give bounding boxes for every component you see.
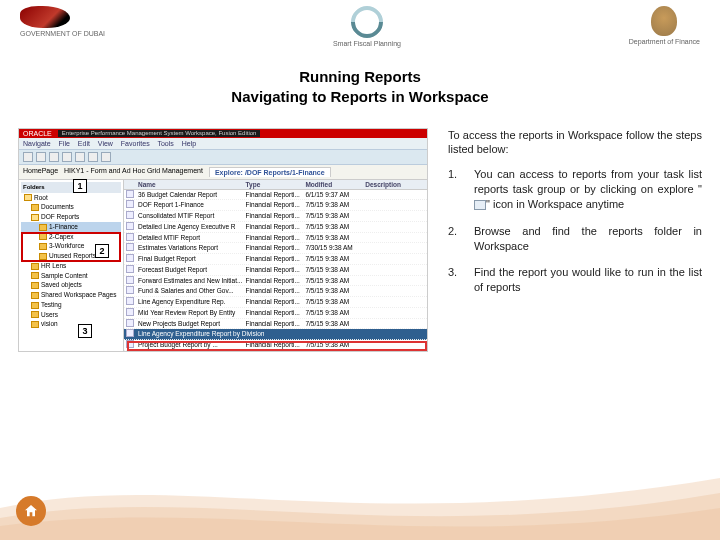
workspace-toolbar [19, 150, 427, 165]
report-row[interactable]: Line Agency Expenditure Rep.Financial Re… [124, 297, 427, 308]
callout-1: 1 [73, 179, 87, 193]
col-modified[interactable]: Modified [305, 181, 365, 188]
page-header: GOVERNMENT OF DUBAI Smart Fiscal Plannin… [0, 0, 720, 55]
tree-item[interactable]: Sample Content [21, 271, 121, 281]
tree-heading: Folders [21, 182, 121, 193]
tree-item[interactable]: 1-Finance [21, 222, 121, 232]
report-row[interactable]: Line Agency Expenditure Report by Divisi… [124, 329, 427, 340]
tree-item[interactable]: HR Lens [21, 261, 121, 271]
report-row[interactable]: New Projects Budget ReportFinancial Repo… [124, 319, 427, 330]
report-row[interactable]: Estimates Variations ReportFinancial Rep… [124, 243, 427, 254]
report-row[interactable]: Project Budget Report by ...Financial Re… [124, 340, 427, 351]
dof-caption: Department of Finance [629, 38, 700, 45]
tree-item[interactable]: Users [21, 310, 121, 320]
tree-item[interactable]: Root [21, 193, 121, 203]
tree-item[interactable]: DOF Reports [21, 212, 121, 222]
report-row[interactable]: DOF Report 1-FinanceFinancial Reporti...… [124, 200, 427, 211]
tree-item[interactable]: Shared Workspace Pages [21, 290, 121, 300]
folder-tree[interactable]: Folders RootDocumentsDOF Reports1-Financ… [19, 180, 124, 351]
menu-file[interactable]: File [59, 140, 70, 147]
smart-fiscal-caption: Smart Fiscal Planning [333, 40, 401, 47]
toolbar-icon[interactable] [49, 152, 59, 162]
report-row[interactable]: Forward Estimates and New Initiat...Fina… [124, 276, 427, 287]
toolbar-icon[interactable] [75, 152, 85, 162]
step-1: 1. You can access to reports from your t… [448, 167, 702, 212]
report-row[interactable]: Mid Year Review Report By EntityFinancia… [124, 308, 427, 319]
report-row[interactable]: 36 Budget Calendar ReportFinancial Repor… [124, 190, 427, 201]
menu-tools[interactable]: Tools [157, 140, 173, 147]
col-name[interactable]: Name [138, 181, 246, 188]
slide-title: Running Reports Navigating to Reports in… [0, 67, 720, 108]
menu-navigate[interactable]: Navigate [23, 140, 51, 147]
home-icon [23, 503, 39, 519]
title-line1: Running Reports [0, 67, 720, 87]
tab-forms[interactable]: HIKY1 - Form and Ad Hoc Grid Management [64, 167, 203, 177]
menu-help[interactable]: Help [182, 140, 196, 147]
report-row[interactable]: Detailed Line Agency Executive RFinancia… [124, 222, 427, 233]
tree-item[interactable]: vision [21, 319, 121, 329]
step-3: 3. Find the report you would like to run… [448, 265, 702, 295]
tab-explore[interactable]: Explore: /DOF Reports/1-Finance [209, 167, 331, 177]
footer-wave [0, 458, 720, 540]
dof-logo: Department of Finance [629, 6, 700, 45]
menu-favorites[interactable]: Favorites [121, 140, 150, 147]
tab-homepage[interactable]: HomePage [23, 167, 58, 177]
explore-icon[interactable] [36, 152, 46, 162]
workspace-screenshot: ORACLE Enterprise Performance Management… [18, 128, 428, 352]
instructions-panel: To access the reports in Workspace follo… [448, 128, 702, 352]
oracle-brand: ORACLE [23, 130, 52, 137]
oracle-suite: Enterprise Performance Management System… [58, 130, 261, 137]
report-row[interactable]: Consolidated MTIF ReportFinancial Report… [124, 211, 427, 222]
tree-item[interactable]: Testing [21, 300, 121, 310]
report-row[interactable]: Fund & Salaries and Other Gov...Financia… [124, 286, 427, 297]
tab-strip: HomePage HIKY1 - Form and Ad Hoc Grid Ma… [19, 165, 427, 180]
report-list[interactable]: Name Type Modified Description 36 Budget… [124, 180, 427, 351]
tree-item[interactable]: Saved objects [21, 280, 121, 290]
step-2: 2. Browse and find the reports folder in… [448, 224, 702, 254]
toolbar-icon[interactable] [62, 152, 72, 162]
callout-2: 2 [95, 244, 109, 258]
gov-dubai-caption: GOVERNMENT OF DUBAI [20, 30, 105, 37]
home-button[interactable] [16, 496, 46, 526]
callout-3: 3 [78, 324, 92, 338]
menu-edit[interactable]: Edit [78, 140, 90, 147]
report-row[interactable]: Forecast Budget ReportFinancial Reporti.… [124, 265, 427, 276]
menu-view[interactable]: View [98, 140, 113, 147]
explore-icon [474, 200, 486, 210]
report-row[interactable]: Detailed MTIF ReportFinancial Reporti...… [124, 233, 427, 244]
tree-item[interactable]: 2-Capex [21, 232, 121, 242]
list-header: Name Type Modified Description [124, 180, 427, 190]
toolbar-icon[interactable] [23, 152, 33, 162]
title-line2: Navigating to Reports in Workspace [0, 87, 720, 107]
toolbar-icon[interactable] [88, 152, 98, 162]
workspace-menubar[interactable]: Navigate File Edit View Favorites Tools … [19, 138, 427, 150]
col-description[interactable]: Description [365, 181, 425, 188]
gov-dubai-logo: GOVERNMENT OF DUBAI [20, 6, 105, 37]
tree-item[interactable]: Documents [21, 202, 121, 212]
toolbar-icon[interactable] [101, 152, 111, 162]
col-type[interactable]: Type [246, 181, 306, 188]
report-row[interactable]: Final Budget ReportFinancial Reporti...7… [124, 254, 427, 265]
instructions-intro: To access the reports in Workspace follo… [448, 128, 702, 158]
smart-fiscal-logo: Smart Fiscal Planning [333, 6, 401, 47]
